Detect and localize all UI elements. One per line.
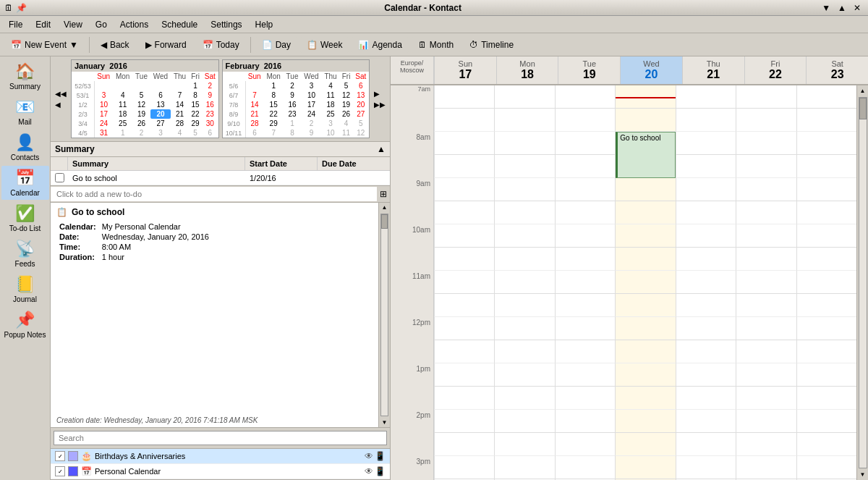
time-half-cell-5-2[interactable] [555,340,615,363]
todo-due-col[interactable]: Due Date [318,157,390,170]
time-half-cell-3-2[interactable] [555,248,615,271]
cal-day[interactable]: 11 [339,128,352,138]
cal-day[interactable]: 29 [189,119,202,128]
time-half-cell-4-4[interactable] [676,294,736,317]
cal-day[interactable]: 13 [353,90,369,100]
time-half-cell-3-5[interactable] [736,248,796,271]
cal-day[interactable]: 1 [113,128,132,138]
time-half-cell-6-5[interactable] [736,387,796,410]
time-cell-4-2[interactable] [555,271,615,294]
time-cell-7-1[interactable] [494,410,554,433]
cal-day[interactable]: 18 [322,100,340,109]
time-cell-7-3[interactable] [615,410,675,433]
time-cell-0-2[interactable] [555,85,615,109]
cal-day[interactable]: 12 [132,100,150,109]
cal-day[interactable]: 12 [353,128,369,138]
time-cell-5-5[interactable] [736,317,796,340]
menu-schedule[interactable]: Schedule [156,18,203,31]
time-cell-4-3[interactable] [615,271,675,294]
cal-day[interactable]: 15 [189,100,202,109]
detail-scroll-down[interactable]: ▼ [379,418,390,427]
time-half-cell-2-6[interactable] [796,201,856,224]
cal-day[interactable]: 8 [284,128,301,138]
time-cell-8-6[interactable] [796,456,856,479]
cal-day[interactable]: 2 [132,128,150,138]
time-cell-5-6[interactable] [796,317,856,340]
scroll-up-button[interactable]: ▲ [859,85,867,96]
time-cell-0-0[interactable] [434,85,494,109]
time-cell-3-2[interactable] [555,224,615,248]
sidebar-item-calendar[interactable]: 📅Calendar [1,166,49,200]
time-half-cell-3-4[interactable] [676,248,736,271]
time-half-cell-2-4[interactable] [676,201,736,224]
cal-day[interactable]: 26 [132,119,150,128]
sidebar-item-popup[interactable]: 📌Popup Notes [1,308,49,342]
time-half-cell-6-3[interactable] [615,387,675,410]
cal-day[interactable]: 11 [322,90,340,100]
time-half-cell-2-1[interactable] [494,201,554,224]
cal-day[interactable]: 9 [202,90,218,100]
time-half-cell-5-0[interactable] [434,340,494,363]
time-cell-1-5[interactable] [736,132,796,155]
cal-day[interactable]: 2 [202,81,218,90]
time-half-cell-4-3[interactable] [615,294,675,317]
cal-day[interactable]: 1 [263,81,283,90]
time-cell-8-3[interactable] [615,456,675,479]
cal-day[interactable]: 4 [171,128,189,138]
time-cell-3-6[interactable] [796,224,856,248]
time-cell-7-0[interactable] [434,410,494,433]
time-half-cell-4-2[interactable] [555,294,615,317]
cal-day[interactable]: 20 [150,109,171,119]
menu-view[interactable]: View [58,18,88,31]
time-cell-1-6[interactable] [796,132,856,155]
time-cell-3-3[interactable] [615,224,675,248]
cal-day[interactable]: 3 [322,119,340,128]
cal-day[interactable]: 25 [113,119,132,128]
time-half-cell-3-6[interactable] [796,248,856,271]
cal-day[interactable]: 27 [353,109,369,119]
detail-scroll-thumb[interactable] [381,214,388,229]
time-half-cell-2-3[interactable] [615,201,675,224]
time-half-cell-7-4[interactable] [676,433,736,456]
cal-day[interactable]: 19 [132,109,150,119]
add-todo-input[interactable] [51,187,377,201]
cal-day[interactable]: 31 [95,128,113,138]
cal-day[interactable]: 23 [202,109,218,119]
time-half-cell-0-6[interactable] [796,109,856,132]
cal-day[interactable]: 20 [353,100,369,109]
time-cell-2-1[interactable] [494,178,554,201]
week-button[interactable]: 📋 Week [300,37,349,53]
time-cell-0-6[interactable] [796,85,856,109]
time-cell-3-5[interactable] [736,224,796,248]
cal-day[interactable]: 3 [150,128,171,138]
time-half-cell-3-0[interactable] [434,248,494,271]
maximize-button[interactable]: ▲ [835,3,849,13]
time-half-cell-6-0[interactable] [434,387,494,410]
right-scrollbar[interactable]: ▲ ▼ [856,85,868,480]
time-cell-5-3[interactable] [615,317,675,340]
cal-day[interactable]: 18 [113,109,132,119]
time-half-cell-4-1[interactable] [494,294,554,317]
time-half-cell-7-1[interactable] [494,433,554,456]
cal-day[interactable]: 13 [150,100,171,109]
cal-day[interactable]: 17 [95,109,113,119]
todo-summary[interactable]: Go to school [68,172,245,185]
time-cell-4-4[interactable] [676,271,736,294]
cal-day[interactable]: 12 [339,90,352,100]
cal-prev-button[interactable]: ◀ [55,101,67,109]
titlebar-controls[interactable]: ▼ ▲ ✕ [819,3,864,13]
time-cell-5-1[interactable] [494,317,554,340]
cal-day[interactable]: 5 [132,90,150,100]
cal-day[interactable]: 25 [322,109,340,119]
cal-day[interactable]: 3 [301,81,321,90]
menu-go[interactable]: Go [90,18,113,31]
time-half-cell-7-3[interactable] [615,433,675,456]
cal-day[interactable]: 14 [245,100,263,109]
time-half-cell-5-5[interactable] [736,340,796,363]
time-half-cell-0-4[interactable] [676,109,736,132]
time-half-cell-0-2[interactable] [555,109,615,132]
menu-file[interactable]: File [3,18,28,31]
time-cell-1-4[interactable] [676,132,736,155]
menu-help[interactable]: Help [250,18,279,31]
time-cell-4-0[interactable] [434,271,494,294]
